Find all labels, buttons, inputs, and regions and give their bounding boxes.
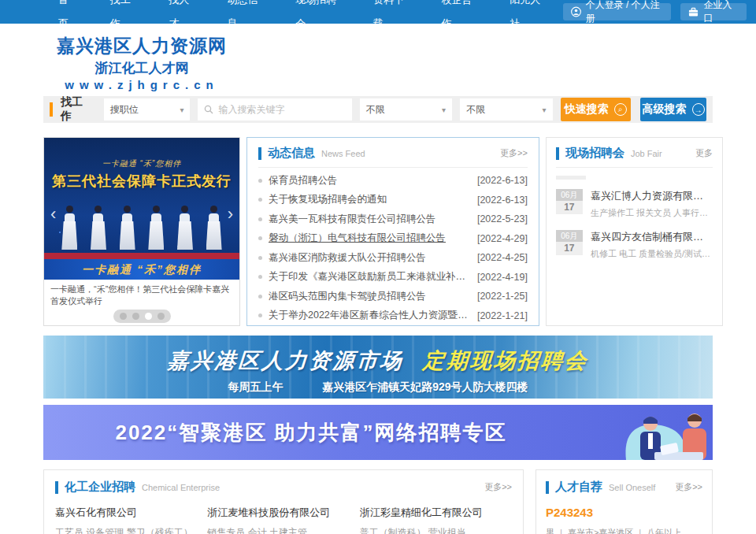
news-item[interactable]: 港区码头范围内集卡驾驶员招聘公告 [2022-1-25]: [258, 287, 528, 306]
nav-item-sunshine-hr[interactable]: 阳光人社: [495, 0, 563, 35]
stage-person: [147, 206, 165, 253]
quick-search-button[interactable]: 快速搜索 ⌕: [561, 98, 632, 121]
banner1-title-white: 嘉兴港区人力资源市场: [167, 349, 405, 373]
online-recruitment-banner[interactable]: 2022“智聚港区 助力共富”网络招聘专区: [43, 405, 713, 460]
bottom-row: 化工企业招聘 Chemical Enterprise 更多>> 嘉兴石化有限公司…: [43, 469, 713, 534]
nav-item-find-job[interactable]: 找工作: [95, 0, 154, 35]
news-item-date: [2022-1-25]: [471, 291, 528, 302]
news-item-link[interactable]: 关于印发《嘉兴港区鼓励新员工来港就业补助操作...: [269, 270, 471, 284]
news-item-link[interactable]: 保育员招聘公告: [269, 174, 338, 187]
stage-person: [61, 206, 78, 253]
stage-person: [206, 206, 223, 253]
search-field-value: 搜职位: [110, 103, 139, 117]
news-item-link[interactable]: 嘉兴美一瓦科技有限责任公司招聘公告: [269, 213, 436, 226]
job-fair-day: 17: [556, 201, 583, 214]
news-item-link[interactable]: 磐动（浙江）电气科技有限公司招聘公告: [269, 232, 446, 245]
search-field-select[interactable]: 搜职位 ▾: [104, 98, 191, 121]
self-recommendation-panel: 人才自荐 Sell Oneself 更多>> P243243 男 ｜ 嘉兴市>嘉…: [536, 469, 713, 534]
news-item[interactable]: 嘉兴美一瓦科技有限责任公司招聘公告 [2022-5-23]: [258, 210, 528, 229]
banner1-title: 嘉兴港区人力资源市场 定期现场招聘会: [43, 347, 713, 375]
news-item-link[interactable]: 嘉兴港区消防救援大队公开招聘公告: [269, 251, 426, 265]
carousel-slide[interactable]: 一卡融通 “禾”您相伴 第三代社会保障卡正式发行 一卡融通 “禾”您相伴 ‹ ›: [44, 138, 239, 280]
job-fair-jobs: 机修工 电工 质量检验员/测试员 叉车...: [591, 248, 713, 260]
keyword-input[interactable]: [218, 104, 345, 115]
job-fair-banner[interactable]: 嘉兴港区人力资源市场 定期现场招聘会 每周五上午 嘉兴港区乍浦镇天妃路929号人…: [43, 336, 713, 399]
job-fair-item[interactable]: 06月 17 嘉兴四方友信制桶有限公司 机修工 电工 质量检验员/测试员 叉车.…: [556, 230, 713, 260]
divider: [556, 167, 713, 168]
self-recommendation-more-link[interactable]: 更多>>: [675, 481, 702, 493]
news-feed-header: 动态信息 News Feed 更多>>: [258, 146, 528, 161]
site-logo[interactable]: 嘉兴港区人力资源网 浙江化工人才网 www.zjhgrc.cn: [43, 24, 240, 91]
news-item-link[interactable]: 港区码头范围内集卡驾驶员招聘公告: [269, 290, 426, 303]
carousel-dot[interactable]: [158, 313, 165, 320]
chemical-company[interactable]: 浙江麦堆科技股份有限公司 销售专员 会计 土建主管: [207, 506, 359, 534]
job-fair-month: 06月: [556, 189, 583, 201]
panel-accent-bar: [546, 481, 549, 494]
nav-item-school-cooperation[interactable]: 校企合作: [427, 0, 495, 35]
job-fair-date-badge: 06月 17: [556, 189, 583, 219]
news-item[interactable]: 保育员招聘公告 [2022-6-13]: [258, 171, 528, 191]
carousel-dot[interactable]: [132, 313, 139, 320]
candidate-id[interactable]: P243243: [546, 506, 702, 519]
stage-person: [176, 206, 194, 253]
carousel-dots: [44, 310, 239, 323]
chemical-company[interactable]: 浙江彩皇精细化工有限公司 普工（制造科） 营业担当: [360, 506, 512, 534]
arrow-right-icon: →: [692, 103, 705, 116]
news-feed-panel: 动态信息 News Feed 更多>> 保育员招聘公告 [2022-6-13] …: [246, 137, 539, 326]
chemical-more-link[interactable]: 更多>>: [484, 481, 512, 493]
job-fair-jobs: 生产操作工 报关文员 人事行政助理...: [591, 207, 713, 219]
enterprise-entry-label: 企业入口: [703, 0, 739, 25]
filter2-select[interactable]: 不限 ▾: [460, 98, 552, 121]
news-item-link[interactable]: 关于恢复现场招聘会的通知: [269, 193, 387, 206]
nav-item-downloads[interactable]: 资料下载: [358, 0, 427, 35]
enterprise-entry-button[interactable]: 企业入口: [680, 3, 747, 20]
company-name[interactable]: 嘉兴石化有限公司: [55, 506, 199, 520]
company-jobs: 工艺员 设备管理 警卫（残疾工）: [55, 526, 199, 534]
logo-title: 嘉兴港区人力资源网: [43, 34, 240, 58]
company-name[interactable]: 浙江麦堆科技股份有限公司: [207, 506, 351, 520]
job-fair-more-link[interactable]: 更多: [695, 147, 713, 159]
news-more-link[interactable]: 更多>>: [500, 147, 528, 159]
news-item-link[interactable]: 关于举办2022年港区新春综合性人力资源暨春风...: [269, 309, 471, 322]
bullet-icon: [258, 256, 262, 260]
chemical-company[interactable]: 嘉兴石化有限公司 工艺员 设备管理 警卫（残疾工）: [55, 506, 207, 534]
news-item[interactable]: 磐动（浙江）电气科技有限公司招聘公告 [2022-4-29]: [258, 229, 528, 249]
personal-login-button[interactable]: 个人登录 / 个人注册: [563, 3, 672, 20]
nav-item-find-talent[interactable]: 找人才: [154, 0, 212, 35]
banner1-schedule: 每周五上午: [228, 380, 283, 393]
slide-title: 第三代社会保障卡正式发行: [44, 172, 239, 191]
briefcase-icon: [688, 7, 699, 17]
carousel-dot[interactable]: [120, 313, 127, 320]
slide-bottom-strip: 一卡融通 “禾”您相伴: [44, 259, 239, 280]
news-item-date: [2022-1-21]: [471, 310, 528, 321]
carousel-next-arrow-icon[interactable]: ›: [228, 206, 233, 223]
job-fair-item[interactable]: 06月 17 嘉兴汇博人力资源有限公司 生产操作工 报关文员 人事行政助理...: [556, 189, 713, 219]
nav-item-news[interactable]: 动态信息: [213, 0, 281, 35]
main-row: 一卡融通 “禾”您相伴 第三代社会保障卡正式发行 一卡融通 “禾”您相伴 ‹ ›…: [43, 137, 713, 326]
advanced-search-label: 高级搜索: [643, 102, 687, 117]
panel-accent-bar: [556, 147, 559, 160]
chevron-down-icon: ▾: [542, 106, 546, 114]
carousel-caption[interactable]: 一卡融通，“禾”您相伴！第三代社会保障卡嘉兴首发仪式举行: [44, 280, 239, 307]
carousel-prev-arrow-icon[interactable]: ‹: [50, 206, 56, 223]
company-jobs: 销售专员 会计 土建主管: [207, 526, 351, 534]
news-item-date: [2022-4-25]: [471, 252, 528, 263]
news-item[interactable]: 关于恢复现场招聘会的通知 [2022-6-13]: [258, 191, 528, 210]
news-item[interactable]: 嘉兴港区消防救援大队公开招聘公告 [2022-4-25]: [258, 248, 528, 268]
carousel-dot-active[interactable]: [145, 313, 152, 320]
job-fair-company[interactable]: 嘉兴汇博人力资源有限公司: [591, 189, 713, 203]
news-item[interactable]: 关于印发《嘉兴港区鼓励新员工来港就业补助操作... [2022-4-19]: [258, 268, 528, 287]
filter1-select[interactable]: 不限 ▾: [360, 98, 452, 121]
job-fair-subtitle: Job Fair: [631, 149, 662, 158]
advanced-search-button[interactable]: 高级搜索 →: [640, 98, 706, 121]
self-recommendation-header: 人才自荐 Sell Oneself 更多>>: [546, 480, 702, 495]
nav-item-home[interactable]: 首 页: [43, 0, 95, 35]
company-name[interactable]: 浙江彩皇精细化工有限公司: [360, 506, 504, 520]
job-fair-info: 嘉兴四方友信制桶有限公司 机修工 电工 质量检验员/测试员 叉车...: [591, 230, 713, 260]
nav-item-job-fair[interactable]: 现场招聘会: [280, 0, 358, 35]
filter2-value: 不限: [466, 103, 485, 117]
job-fair-company[interactable]: 嘉兴四方友信制桶有限公司: [591, 230, 713, 244]
news-item-date: [2022-4-29]: [471, 233, 528, 244]
news-item[interactable]: 关于举办2022年港区新春综合性人力资源暨春风... [2022-1-21]: [258, 306, 528, 326]
news-feed-title: 动态信息: [268, 146, 315, 161]
